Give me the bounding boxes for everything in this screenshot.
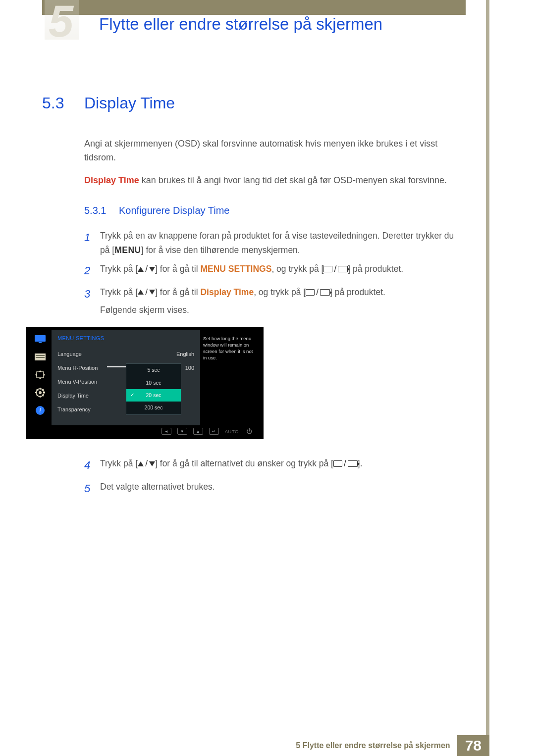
svg-rect-4 (36, 357, 45, 358)
gear-icon (34, 388, 46, 398)
osd-title: MENU SETTINGS (52, 334, 200, 347)
svg-rect-1 (39, 342, 42, 343)
nav-up-icon: ▲ (193, 428, 203, 435)
info-icon: i (34, 405, 46, 415)
step-list: 1 Trykk på en av knappene foran på produ… (84, 229, 466, 498)
subsection-title: Konfigurere Display Time (119, 205, 229, 216)
rect-source-icon: / (323, 262, 348, 276)
chapter-number: 5 (49, 0, 73, 47)
section-heading: 5.3 Display Time (42, 94, 466, 112)
nav-down-icon: ▼ (177, 428, 187, 435)
header-band (42, 0, 466, 15)
main-content: 5.3 Display Time Angi at skjermmenyen (O… (42, 94, 466, 503)
page-edge-stripe (486, 0, 489, 748)
step-5: 5 Det valgte alternativet brukes. (84, 480, 466, 498)
rect-source-icon: / (333, 456, 358, 471)
up-down-icon: / (138, 285, 155, 300)
step-1: 1 Trykk på en av knappene foran på produ… (84, 229, 466, 257)
step-4: 4 Trykk på [/] for å gå til alternativet… (84, 456, 466, 474)
svg-rect-5 (37, 372, 44, 378)
nav-left-icon: ◄ (161, 428, 171, 435)
bars-icon (34, 352, 46, 362)
auto-label: AUTO (225, 428, 239, 434)
chapter-title: Flytte eller endre størrelse på skjermen (99, 15, 382, 34)
power-icon: ⏻ (245, 428, 254, 434)
footer-page-number: 78 (457, 735, 489, 756)
osd-option-selected: 20 sec (126, 389, 181, 402)
svg-text:i: i (39, 407, 41, 414)
step-3: 3 Trykk på [/] for å gå til Display Time… (84, 285, 466, 452)
osd-row-language: Language English (52, 347, 200, 361)
intro-paragraph-1: Angi at skjermmenyen (OSD) skal forsvinn… (84, 137, 466, 165)
osd-sidebar: i (29, 330, 52, 425)
svg-rect-3 (36, 355, 45, 356)
up-down-icon: / (138, 456, 155, 471)
intro-keyword: Display Time (84, 175, 139, 185)
chapter-marker: 5 (45, 0, 79, 40)
page-footer: 5 Flytte eller endre størrelse på skjerm… (42, 735, 489, 756)
footer-chapter-label: 5 Flytte eller endre størrelse på skjerm… (296, 735, 457, 756)
nav-enter-icon: ↵ (209, 428, 219, 435)
osd-options-popup: 5 sec 10 sec 20 sec 200 sec (126, 363, 181, 414)
osd-footer: ◄ ▼ ▲ ↵ AUTO ⏻ (26, 425, 264, 439)
osd-help-panel: Set how long the menu window will remain… (200, 330, 261, 425)
osd-option: 10 sec (126, 377, 181, 389)
up-down-icon: / (138, 262, 155, 276)
osd-main-panel: MENU SETTINGS Language English Menu H-Po… (52, 330, 200, 425)
step-2: 2 Trykk på [/] for å gå til MENU SETTING… (84, 262, 466, 280)
resize-icon (34, 370, 46, 380)
menu-key-label: MENU (114, 245, 141, 255)
display-time-label: Display Time (200, 287, 254, 297)
osd-option: 200 sec (126, 402, 181, 414)
rect-source-icon: / (306, 285, 330, 300)
subsection-heading: 5.3.1 Konfigurere Display Time (84, 205, 466, 216)
section-title: Display Time (84, 94, 175, 112)
subsection-number: 5.3.1 (84, 205, 119, 216)
intro-paragraph-2: Display Time kan brukes til å angi hvor … (84, 174, 466, 188)
section-number: 5.3 (42, 94, 84, 112)
menu-settings-label: MENU SETTINGS (200, 264, 271, 274)
osd-option: 5 sec (126, 364, 181, 376)
svg-rect-0 (35, 335, 46, 342)
osd-screenshot: i MENU SETTINGS Language English Menu H-… (26, 327, 264, 439)
svg-point-7 (39, 391, 42, 394)
monitor-icon (34, 334, 46, 344)
